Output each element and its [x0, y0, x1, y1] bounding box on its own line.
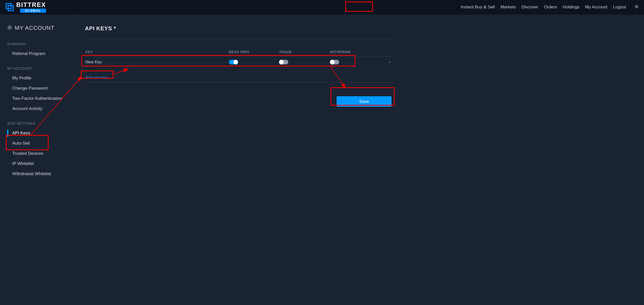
- nav-markets[interactable]: Markets: [500, 5, 516, 10]
- sidebar-item-profile[interactable]: My Profile: [0, 73, 73, 83]
- sidebar-item-label: IP Whitelist: [12, 161, 34, 166]
- brand-text: BITTREX GLOBAL: [16, 2, 46, 13]
- toggle-read-info[interactable]: [229, 60, 238, 64]
- key-name: New Key: [85, 60, 229, 64]
- sidebar-group-account: MY ACCOUNT: [0, 61, 73, 73]
- add-new-key-link[interactable]: Add new key...: [85, 75, 110, 79]
- api-keys-table: KEY READ INFO TRADE WITHDRAW New Key ×: [85, 50, 392, 68]
- sidebar-item-label: Change Password: [12, 86, 48, 91]
- sidebar-item-auto-sell[interactable]: Auto-Sell: [0, 138, 73, 148]
- sidebar-item-label: API Keys: [12, 131, 30, 136]
- nav-discover[interactable]: Discover: [521, 5, 538, 10]
- sidebar-item-label: Two-Factor Authentication: [12, 96, 62, 101]
- svg-point-2: [636, 6, 637, 7]
- table-row: New Key ×: [85, 56, 392, 68]
- svg-line-10: [638, 5, 638, 6]
- toggle-withdraw[interactable]: [330, 60, 339, 64]
- sidebar-item-ip-whitelist[interactable]: IP Whitelist: [0, 159, 73, 169]
- sidebar-header: MY ACCOUNT: [0, 25, 73, 37]
- sidebar-item-password[interactable]: Change Password: [0, 83, 73, 93]
- col-header-trade: TRADE: [279, 50, 330, 54]
- toggle-trade[interactable]: [279, 60, 288, 64]
- top-nav: Instant Buy & Sell Markets Discover Orde…: [461, 4, 639, 10]
- sidebar-item-label: Auto-Sell: [12, 141, 30, 146]
- col-header-key: KEY: [85, 50, 229, 54]
- theme-toggle-icon[interactable]: [634, 4, 639, 10]
- nav-holdings[interactable]: Holdings: [563, 5, 579, 10]
- brand-sub: GLOBAL: [20, 9, 46, 13]
- sidebar: MY ACCOUNT SUMMARY Referral Program MY A…: [0, 15, 74, 305]
- gear-icon: [7, 25, 12, 31]
- svg-line-7: [635, 5, 636, 6]
- sidebar-item-label: Withdrawal Whitelist: [12, 171, 51, 176]
- nav-my-account[interactable]: My Account: [585, 5, 607, 10]
- svg-line-9: [635, 7, 636, 8]
- table-header: KEY READ INFO TRADE WITHDRAW: [85, 50, 392, 56]
- close-icon[interactable]: ×: [371, 60, 391, 64]
- sidebar-item-twofa[interactable]: Two-Factor Authentication: [0, 93, 73, 104]
- sidebar-item-label: Account Activity: [12, 106, 42, 111]
- page-title: API KEYS *: [85, 25, 392, 39]
- sidebar-item-activity[interactable]: Account Activity: [0, 104, 73, 114]
- header-bar: BITTREX GLOBAL Instant Buy & Sell Market…: [0, 0, 644, 15]
- svg-line-8: [638, 7, 638, 8]
- bittrex-logo-icon: [5, 3, 14, 12]
- sidebar-item-api-keys[interactable]: API Keys: [0, 128, 73, 138]
- sidebar-item-label: My Profile: [12, 76, 32, 81]
- sidebar-item-withdraw-whitelist[interactable]: Withdrawal Whitelist: [0, 169, 73, 179]
- brand-main: BITTREX: [16, 2, 46, 8]
- sidebar-item-label: Trusted Devices: [12, 151, 43, 156]
- sidebar-item-trusted[interactable]: Trusted Devices: [0, 148, 73, 159]
- save-button[interactable]: Save: [337, 96, 392, 107]
- sidebar-item-referral[interactable]: Referral Program: [0, 49, 73, 59]
- nav-instant[interactable]: Instant Buy & Sell: [461, 5, 495, 10]
- add-key-row: Add new key...: [85, 68, 392, 82]
- nav-logout[interactable]: Logout: [613, 5, 626, 10]
- sidebar-group-summary: SUMMARY: [0, 37, 73, 49]
- sidebar-title: MY ACCOUNT: [15, 25, 54, 31]
- col-header-read: READ INFO: [229, 50, 279, 54]
- nav-orders[interactable]: Orders: [544, 5, 557, 10]
- brand-logo[interactable]: BITTREX GLOBAL: [5, 2, 46, 13]
- main-content: API KEYS * KEY READ INFO TRADE WITHDRAW …: [74, 15, 644, 305]
- col-header-withdraw: WITHDRAW: [330, 50, 371, 54]
- sidebar-group-site: SITE SETTINGS: [0, 116, 73, 128]
- sidebar-item-label: Referral Program: [12, 51, 45, 56]
